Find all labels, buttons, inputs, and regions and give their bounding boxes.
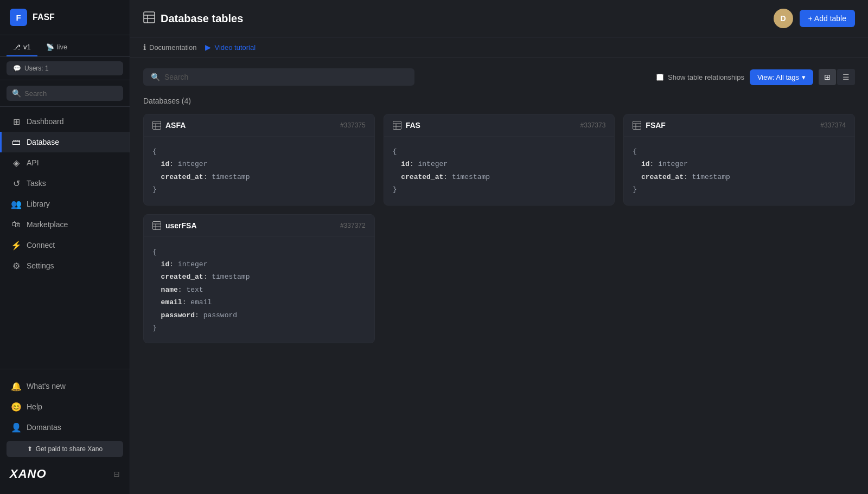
search-icon: 🔍 <box>151 73 160 81</box>
db-id-asfa: #337375 <box>340 121 366 129</box>
users-bar-inner[interactable]: 💬 Users: 1 <box>7 61 123 75</box>
sidebar-item-help[interactable]: 😊 Help <box>0 396 130 417</box>
documentation-link[interactable]: ℹ Documentation <box>143 43 196 52</box>
db-card-asfa[interactable]: ASFA #337375 { id: integer created_at: t… <box>143 114 375 206</box>
view-toggle: ⊞ ☰ <box>819 69 855 85</box>
db-card-title-fas: FAS <box>393 121 420 130</box>
xano-wordmark: XANO <box>10 467 47 481</box>
sidebar-search-container: 🔍 <box>0 80 130 107</box>
logo-text: FASF <box>33 12 55 22</box>
main-content: Database tables D + Add table ℹ Document… <box>130 0 868 494</box>
sidebar-item-api[interactable]: ◈ API <box>0 152 130 173</box>
db-code-fsaf: { id: integer created_at: timestamp } <box>633 145 846 196</box>
databases-heading: Databases (4) <box>143 97 855 105</box>
users-count: Users: 1 <box>24 65 49 72</box>
sidebar-item-label: Settings <box>27 261 54 270</box>
table-icon-fas <box>393 121 401 130</box>
db-card-body-fas: { id: integer created_at: timestamp } <box>384 137 615 205</box>
avatar-button[interactable]: D <box>774 9 793 28</box>
users-bar: 💬 Users: 1 <box>0 57 130 80</box>
db-name-fsaf: FSAF <box>646 121 666 130</box>
sidebar-item-library[interactable]: 👥 Library <box>0 194 130 214</box>
show-relationships-label: Show table relationships <box>656 73 744 81</box>
sidebar-item-label: Tasks <box>27 179 46 188</box>
db-code-fas: { id: integer created_at: timestamp } <box>393 145 606 196</box>
connect-icon: ⚡ <box>11 240 21 250</box>
user-icon: 👤 <box>11 422 21 432</box>
svg-rect-4 <box>153 121 161 130</box>
sidebar-item-whats-new[interactable]: 🔔 What's new <box>0 376 130 396</box>
page-title: Database tables <box>161 12 243 25</box>
db-name-fas: FAS <box>406 121 420 130</box>
tab-v1[interactable]: ⎇ v1 <box>7 40 37 56</box>
search-input[interactable] <box>24 89 118 98</box>
svg-rect-12 <box>633 121 641 130</box>
db-id-userfsa: #337372 <box>340 222 366 229</box>
db-card-title-userfsa: userFSA <box>152 221 197 230</box>
db-card-userfsa[interactable]: userFSA #337372 { id: integer created_at… <box>143 214 375 344</box>
db-card-title-fsaf: FSAF <box>633 121 666 130</box>
table-icon-asfa <box>152 121 161 130</box>
sidebar-item-dashboard[interactable]: ⊞ Dashboard <box>0 111 130 132</box>
db-card-fas[interactable]: FAS #337373 { id: integer created_at: ti… <box>384 114 615 206</box>
db-card-body-asfa: { id: integer created_at: timestamp } <box>144 137 374 205</box>
api-icon: ◈ <box>11 158 21 168</box>
show-relationships-checkbox[interactable] <box>656 74 663 81</box>
content-search: 🔍 <box>143 68 414 86</box>
grid-view-button[interactable]: ⊞ <box>819 69 836 85</box>
chevron-down-icon: ▾ <box>802 73 806 81</box>
db-card-title-asfa: ASFA <box>152 121 186 130</box>
table-icon-userfsa <box>152 221 161 230</box>
sidebar-item-user[interactable]: 👤 Domantas <box>0 417 130 438</box>
db-card-header-userfsa: userFSA #337372 <box>144 215 374 237</box>
sidebar-item-connect[interactable]: ⚡ Connect <box>0 235 130 255</box>
live-icon: 📡 <box>46 43 54 51</box>
sidebar-item-database[interactable]: 🗃 Database <box>0 132 130 152</box>
sidebar-item-marketplace[interactable]: 🛍 Marketplace <box>0 214 130 235</box>
library-icon: 👥 <box>11 199 21 209</box>
sidebar-item-tasks[interactable]: ↺ Tasks <box>0 173 130 194</box>
bell-icon: 🔔 <box>11 381 21 391</box>
table-icon-fsaf <box>633 121 641 130</box>
marketplace-icon: 🛍 <box>11 220 21 229</box>
sidebar-item-label: Help <box>27 402 42 411</box>
content-search-input[interactable] <box>164 73 407 81</box>
video-tutorial-link[interactable]: ▶ Video tutorial <box>205 43 256 52</box>
db-card-header-asfa: ASFA #337375 <box>144 114 374 137</box>
search-icon: 🔍 <box>12 89 21 98</box>
nav-items: ⊞ Dashboard 🗃 Database ◈ API ↺ Tasks 👥 L… <box>0 107 130 369</box>
header-right: D + Add table <box>774 9 855 28</box>
header-table-icon <box>143 11 155 26</box>
db-code-asfa: { id: integer created_at: timestamp } <box>152 145 366 196</box>
collapse-sidebar-button[interactable]: ⊟ <box>113 470 120 478</box>
sidebar-search-inner: 🔍 <box>7 86 123 101</box>
settings-icon: ⚙ <box>11 261 21 271</box>
add-table-button[interactable]: + Add table <box>800 10 855 27</box>
sidebar-item-settings[interactable]: ⚙ Settings <box>0 255 130 276</box>
sub-header: ℹ Documentation ▶ Video tutorial <box>130 37 868 57</box>
sidebar-item-label: Connect <box>27 241 55 249</box>
tab-live[interactable]: 📡 live <box>40 40 74 56</box>
view-tags-button[interactable]: View: All tags ▾ <box>750 69 813 85</box>
header-left: Database tables <box>143 11 243 26</box>
db-card-header-fas: FAS #337373 <box>384 114 615 137</box>
db-name-userfsa: userFSA <box>165 221 197 230</box>
show-relationships-text: Show table relationships <box>668 73 744 81</box>
sidebar-item-label: What's new <box>27 382 66 390</box>
db-id-fsaf: #337374 <box>820 121 846 129</box>
content-area: 🔍 Show table relationships View: All tag… <box>130 57 868 494</box>
branch-icon: ⎇ <box>13 43 21 51</box>
share-button[interactable]: ⬆ Get paid to share Xano <box>7 441 123 457</box>
sidebar-item-label: API <box>27 158 39 167</box>
db-card-fsaf[interactable]: FSAF #337374 { id: integer created_at: t… <box>623 114 855 206</box>
svg-rect-0 <box>144 12 155 23</box>
list-view-button[interactable]: ☰ <box>837 69 855 85</box>
logo-icon: F <box>10 9 27 26</box>
content-toolbar: 🔍 Show table relationships View: All tag… <box>143 68 855 86</box>
sidebar-item-label: Library <box>27 200 50 208</box>
dashboard-icon: ⊞ <box>11 117 21 126</box>
sidebar-item-label: Dashboard <box>27 117 64 126</box>
sidebar-item-label: Database <box>27 138 59 146</box>
header: Database tables D + Add table <box>130 0 868 37</box>
chat-icon: 💬 <box>13 65 21 72</box>
